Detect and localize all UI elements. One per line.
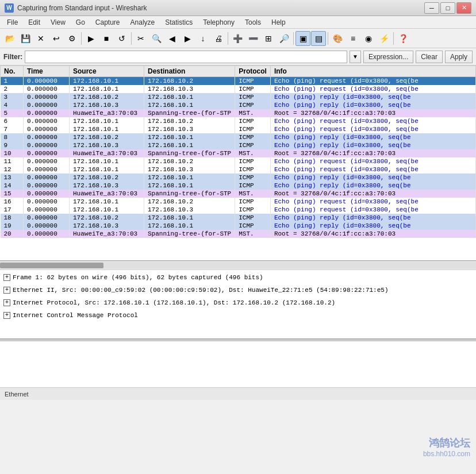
fwd-toolbar-button[interactable]: ▶ <box>180 31 195 46</box>
options-toolbar-button[interactable]: ⚙ <box>64 31 79 46</box>
table-row[interactable]: 7 0.000000 172.168.10.1 172.168.10.3 ICM… <box>1 125 476 133</box>
table-row[interactable]: 9 0.000000 172.168.10.3 172.168.10.1 ICM… <box>1 141 476 149</box>
detail-item[interactable]: + Internet Control Message Protocol <box>1 309 475 322</box>
cell-time: 0.000000 <box>24 214 70 222</box>
apply-button[interactable]: Apply <box>445 51 473 63</box>
print-toolbar-button[interactable]: 🖨 <box>211 31 226 46</box>
packet-list[interactable]: No. Time Source Destination Protocol Inf… <box>0 65 476 261</box>
menu-item-help[interactable]: Help <box>267 17 290 28</box>
table-row[interactable]: 1 0.000000 172.168.10.1 172.168.10.2 ICM… <box>1 77 476 86</box>
expand-button[interactable]: + <box>3 287 10 294</box>
table-row[interactable]: 17 0.000000 172.168.10.1 172.168.10.3 IC… <box>1 206 476 214</box>
p2-toolbar-button[interactable]: ▤ <box>311 31 326 46</box>
table-row[interactable]: 14 0.000000 172.168.10.3 172.168.10.1 IC… <box>1 182 476 190</box>
zout-toolbar-button[interactable]: ➖ <box>245 31 260 46</box>
lst-toolbar-button[interactable]: ≡ <box>346 31 360 46</box>
expand-button[interactable]: + <box>3 274 10 281</box>
menu-item-analyze[interactable]: Analyze <box>126 17 160 28</box>
start-toolbar-button[interactable]: ▶ <box>83 31 98 46</box>
table-row[interactable]: 3 0.000000 172.168.10.2 172.168.10.1 ICM… <box>1 93 476 101</box>
col-header-destination[interactable]: Destination <box>144 66 235 77</box>
table-row[interactable]: 11 0.000000 172.168.10.1 172.168.10.2 IC… <box>1 157 476 165</box>
col-header-time[interactable]: Time <box>24 66 70 77</box>
open-toolbar-button[interactable]: 📂 <box>2 31 17 46</box>
scissors-toolbar-button[interactable]: ✂ <box>133 31 148 46</box>
table-row[interactable]: 5 0.000000 HuaweiTe_a3:70:03 Spanning-tr… <box>1 109 476 117</box>
table-row[interactable]: 8 0.000000 172.168.10.2 172.168.10.1 ICM… <box>1 133 476 141</box>
close-button[interactable]: ✕ <box>456 2 471 14</box>
cell-destination: Spanning-tree-(for-STP <box>144 149 235 157</box>
col-header-info[interactable]: Info <box>270 66 475 77</box>
table-row[interactable]: 15 0.000000 HuaweiTe_a3:70:03 Spanning-t… <box>1 190 476 198</box>
minimize-button[interactable]: ─ <box>424 2 439 14</box>
detail-item[interactable]: + Internet Protocol, Src: 172.168.10.1 (… <box>1 296 475 309</box>
cell-no: 10 <box>1 149 24 157</box>
cell-source: HuaweiTe_a3:70:03 <box>70 109 144 117</box>
find-toolbar-button[interactable]: 🔍 <box>149 31 164 46</box>
cell-destination: Spanning-tree-(for-STP <box>144 190 235 198</box>
table-row[interactable]: 13 0.000000 172.168.10.2 172.168.10.1 IC… <box>1 174 476 182</box>
menu-item-tools[interactable]: Tools <box>240 17 266 28</box>
expression-button[interactable]: Expression... <box>363 51 413 63</box>
menu-item-view[interactable]: View <box>46 17 70 28</box>
p1-toolbar-button[interactable]: ▣ <box>295 31 310 46</box>
stop-toolbar-button[interactable]: ■ <box>99 31 114 46</box>
table-row[interactable]: 16 0.000000 172.168.10.1 172.168.10.2 IC… <box>1 198 476 206</box>
horizontal-scrollbar[interactable] <box>0 261 476 270</box>
tgt-toolbar-button[interactable]: ◉ <box>361 31 376 46</box>
cell-protocol: ICMP <box>235 214 271 222</box>
cell-destination: 172.168.10.1 <box>144 222 235 230</box>
cell-protocol: ICMP <box>235 125 271 133</box>
menu-item-file[interactable]: File <box>2 17 22 28</box>
col-header-protocol[interactable]: Protocol <box>235 66 271 77</box>
menu-item-statistics[interactable]: Statistics <box>160 17 197 28</box>
zfit-toolbar-button[interactable]: 🔎 <box>277 31 291 46</box>
menu-item-edit[interactable]: Edit <box>24 17 45 28</box>
znorm-toolbar-button[interactable]: ⊞ <box>261 31 276 46</box>
expand-button[interactable]: + <box>3 312 10 319</box>
goto-toolbar-button[interactable]: ↓ <box>195 31 210 46</box>
cell-info: Echo (ping) reply (id=0x3800, seq(be <box>270 141 475 149</box>
table-row[interactable]: 18 0.000000 172.168.10.2 172.168.10.1 IC… <box>1 214 476 222</box>
filter-dropdown-button[interactable]: ▼ <box>350 51 361 63</box>
table-row[interactable]: 20 0.000000 HuaweiTe_a3:70:03 Spanning-t… <box>1 230 476 238</box>
table-row[interactable]: 2 0.000000 172.168.10.1 172.168.10.3 ICM… <box>1 85 476 93</box>
scrollbar-thumb[interactable] <box>0 263 103 268</box>
restart-toolbar-button[interactable]: ↺ <box>114 31 129 46</box>
menu-item-telephony[interactable]: Telephony <box>198 17 239 28</box>
menu-item-capture[interactable]: Capture <box>91 17 125 28</box>
cell-source: 172.168.10.1 <box>70 157 144 165</box>
cell-info: Echo (ping) request (id=0x3800, seq(be <box>270 157 475 165</box>
cell-time: 0.000000 <box>24 230 70 238</box>
col-header-source[interactable]: Source <box>70 66 144 77</box>
zin-toolbar-button[interactable]: ➕ <box>230 31 245 46</box>
filter-input[interactable] <box>25 51 347 63</box>
reload-toolbar-button[interactable]: ↩ <box>49 31 64 46</box>
cell-no: 2 <box>1 85 24 93</box>
cell-source: 172.168.10.3 <box>70 101 144 109</box>
table-row[interactable]: 4 0.000000 172.168.10.3 172.168.10.1 ICM… <box>1 101 476 109</box>
table-row[interactable]: 10 0.000000 HuaweiTe_a3:70:03 Spanning-t… <box>1 149 476 157</box>
table-row[interactable]: 19 0.000000 172.168.10.3 172.168.10.1 IC… <box>1 222 476 230</box>
expand-button[interactable]: + <box>3 299 10 306</box>
table-row[interactable]: 6 0.000000 172.168.10.1 172.168.10.2 ICM… <box>1 117 476 125</box>
menu-item-go[interactable]: Go <box>71 17 90 28</box>
detail-item[interactable]: + Ethernet II, Src: 00:00:00_c9:59:02 (0… <box>1 284 475 296</box>
stats-toolbar-button[interactable]: ⚡ <box>377 31 391 46</box>
packet-detail[interactable]: + Frame 1: 62 bytes on wire (496 bits), … <box>0 270 476 339</box>
toolbar: 📂💾✕↩⚙▶■↺✂🔍◀▶↓🖨➕➖⊞🔎▣▤🎨≡◉⚡❓ <box>0 29 476 48</box>
close-cap-toolbar-button[interactable]: ✕ <box>33 31 48 46</box>
cell-time: 0.000000 <box>24 165 70 174</box>
back-toolbar-button[interactable]: ◀ <box>164 31 179 46</box>
maximize-button[interactable]: □ <box>440 2 455 14</box>
cell-destination: Spanning-tree-(for-STP <box>144 230 235 238</box>
clear-button[interactable]: Clear <box>416 51 443 63</box>
help-toolbar-button[interactable]: ❓ <box>396 31 410 46</box>
clr-toolbar-button[interactable]: 🎨 <box>330 31 345 46</box>
cell-info: Echo (ping) request (id=0x3800, seq(be <box>270 165 475 174</box>
cell-protocol: ICMP <box>235 117 271 125</box>
save-toolbar-button[interactable]: 💾 <box>18 31 33 46</box>
table-row[interactable]: 12 0.000000 172.168.10.1 172.168.10.3 IC… <box>1 165 476 174</box>
col-header-no[interactable]: No. <box>1 66 24 77</box>
detail-item[interactable]: + Frame 1: 62 bytes on wire (496 bits), … <box>1 271 475 284</box>
